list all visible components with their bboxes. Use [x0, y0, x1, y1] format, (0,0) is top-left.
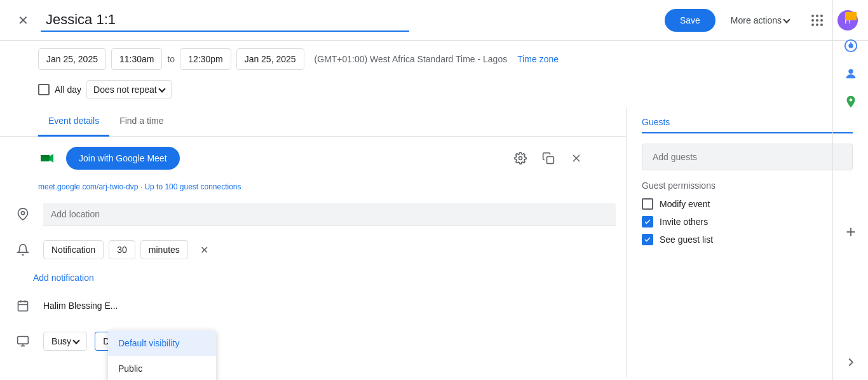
notification-row: Notification 30 minutes ✕ [0, 232, 626, 268]
allday-label: All day [55, 85, 81, 95]
google-meet-icon [38, 148, 58, 168]
sidebar-tasks-icon[interactable] [838, 33, 864, 58]
svg-point-5 [22, 212, 25, 215]
meet-button-label: Join with Google Meet [79, 153, 167, 163]
start-time-button[interactable]: 11:30am [111, 48, 162, 70]
repeat-label: Does not repeat [93, 85, 157, 95]
svg-rect-2 [547, 157, 554, 164]
invite-others-checkbox[interactable] [642, 216, 653, 227]
more-actions-button[interactable]: More actions [723, 10, 797, 31]
notification-icon [10, 237, 36, 262]
meet-connections: Up to 100 guest connections [144, 182, 241, 191]
calendar-name: Halim Blessing E... [43, 301, 118, 311]
permission-row-seeguests: See guest list [642, 234, 853, 245]
status-icon [10, 329, 36, 354]
left-panel: Event details Find a time Join with Goog… [0, 107, 627, 377]
meet-copy-button[interactable] [537, 147, 560, 170]
status-row: Busy Default visibility [0, 323, 626, 359]
start-date-button[interactable]: Jan 25, 2025 [38, 48, 106, 70]
sidebar-contacts-icon[interactable] [838, 61, 864, 86]
busy-chevron-icon [72, 337, 79, 344]
tabs: Event details Find a time [0, 107, 626, 137]
settings-icon [514, 152, 527, 165]
tab-find-a-time[interactable]: Find a time [109, 107, 173, 137]
meet-actions [509, 147, 588, 170]
svg-point-17 [848, 43, 853, 48]
dropdown-item-default[interactable]: Default visibility [108, 330, 216, 356]
svg-rect-15 [844, 12, 856, 20]
notification-type-chip[interactable]: Notification [43, 240, 104, 259]
guests-title: Guests [642, 117, 853, 133]
notification-chips: Notification 30 minutes ✕ [43, 238, 216, 261]
timezone-text: (GMT+01:00) West Africa Standard Time - … [315, 54, 508, 64]
timezone-link[interactable]: Time zone [517, 54, 559, 64]
calendar-row: Halim Blessing E... [0, 288, 626, 323]
join-meet-button[interactable]: Join with Google Meet [66, 147, 180, 170]
end-time-button[interactable]: 12:30pm [180, 48, 231, 70]
meet-settings-button[interactable] [509, 147, 532, 170]
notification-remove-button[interactable]: ✕ [193, 238, 216, 261]
repeat-chevron-icon [158, 85, 165, 92]
meet-section: Join with Google Meet [0, 137, 626, 180]
tab-event-details[interactable]: Event details [38, 107, 109, 137]
header-actions: Save More actions H [665, 8, 858, 33]
meet-link-row: meet.google.com/arj-twio-dvp · Up to 100… [0, 180, 626, 196]
sidebar-expand-button[interactable] [838, 349, 864, 375]
busy-select[interactable]: Busy [43, 332, 87, 351]
chevron-down-icon [783, 16, 790, 23]
close-icon [570, 152, 583, 165]
svg-rect-6 [18, 301, 28, 311]
close-button[interactable]: ✕ [10, 8, 36, 33]
add-guests-input[interactable] [642, 144, 853, 170]
invite-others-label: Invite others [660, 217, 708, 227]
svg-rect-10 [18, 337, 29, 344]
svg-point-18 [848, 69, 853, 74]
allday-row: All day Does not repeat [0, 78, 868, 107]
location-input[interactable] [43, 203, 616, 226]
see-guest-list-checkbox[interactable] [642, 234, 653, 245]
notification-unit-chip[interactable]: minutes [140, 240, 188, 259]
modify-event-checkbox[interactable] [642, 198, 653, 210]
allday-checkbox[interactable] [38, 84, 50, 95]
save-button[interactable]: Save [665, 9, 715, 32]
busy-label: Busy [51, 336, 71, 346]
header: ✕ Save More actions H [0, 0, 868, 41]
add-notification-link[interactable]: Add notification [33, 268, 626, 288]
repeat-select[interactable]: Does not repeat [86, 80, 172, 99]
sidebar-add-button[interactable] [838, 219, 864, 245]
to-label: to [167, 54, 175, 64]
location-icon [10, 201, 36, 227]
calendar-icon [10, 293, 36, 318]
end-date-button[interactable]: Jan 25, 2025 [236, 48, 304, 70]
dropdown-item-public[interactable]: Public [108, 356, 216, 380]
datetime-row: Jan 25, 2025 11:30am to 12:30pm Jan 25, … [0, 41, 868, 78]
more-actions-label: More actions [731, 15, 782, 25]
copy-icon [542, 152, 555, 165]
permissions-title: Guest permissions [642, 180, 853, 191]
sidebar-chat-icon[interactable] [838, 5, 864, 31]
apps-button[interactable] [804, 8, 830, 33]
permission-row-modify: Modify event [642, 198, 853, 210]
right-sidebar [832, 0, 868, 380]
apps-grid-icon [811, 15, 823, 26]
meet-remove-button[interactable] [565, 147, 588, 170]
sidebar-maps-icon[interactable] [838, 89, 864, 114]
modify-event-label: Modify event [660, 199, 710, 209]
meet-link[interactable]: meet.google.com/arj-twio-dvp [38, 182, 138, 191]
visibility-dropdown: Default visibility Public Private [108, 330, 216, 380]
notification-time-chip[interactable]: 30 [109, 240, 135, 259]
see-guest-list-label: See guest list [660, 234, 713, 245]
permission-row-invite: Invite others [642, 216, 853, 227]
event-title-input[interactable] [41, 9, 409, 32]
location-row [0, 196, 626, 232]
right-panel: Guests Guest permissions Modify event In… [627, 107, 868, 377]
svg-point-1 [519, 157, 522, 160]
